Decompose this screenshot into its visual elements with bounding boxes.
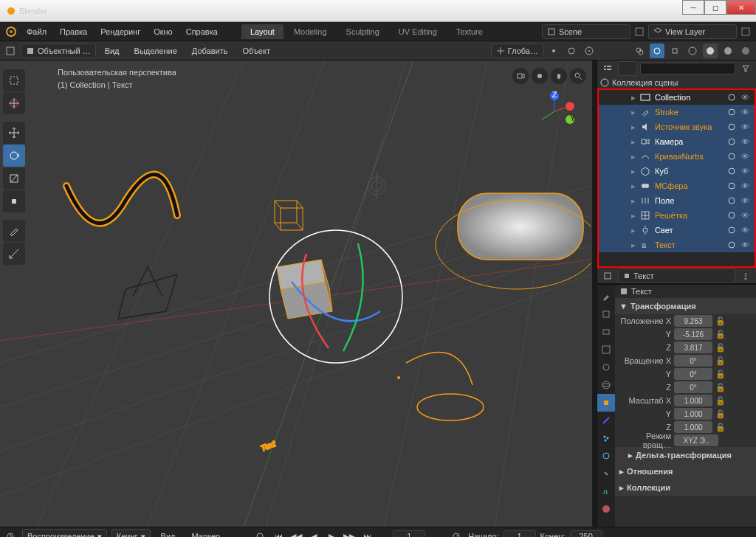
outliner-item-light[interactable]: ▸Свет👁 <box>599 223 755 238</box>
outliner-filter-icon[interactable] <box>738 61 753 76</box>
blender-logo-icon[interactable] <box>3 24 19 40</box>
props-tab-render[interactable] <box>597 305 615 323</box>
editor-type-dropdown[interactable] <box>3 44 18 58</box>
close-button[interactable]: ✕ <box>726 0 756 15</box>
xray-button[interactable] <box>667 44 682 58</box>
field-rot-y[interactable]: 0° <box>674 368 712 380</box>
tool-scale[interactable] <box>3 167 25 190</box>
preview-range-button[interactable] <box>449 529 464 537</box>
outliner-item-gp[interactable]: ▸Stroke👁 <box>599 105 755 119</box>
jump-start-button[interactable]: ⏮ <box>272 530 285 537</box>
outliner-root[interactable]: Коллекция сцены <box>597 77 756 89</box>
current-frame[interactable]: 1 <box>393 530 425 537</box>
shading-wireframe[interactable] <box>685 44 700 58</box>
keying-dropdown[interactable]: Кеинг ▾ <box>111 529 151 537</box>
props-tab-output[interactable] <box>597 323 615 341</box>
viewport-record-icon[interactable] <box>532 68 548 84</box>
props-tab-world[interactable] <box>597 376 615 394</box>
visibility-icon[interactable]: 👁 <box>741 181 752 190</box>
play-reverse-button[interactable]: ◀ <box>307 530 320 537</box>
keyframe-next-button[interactable]: ▶▶ <box>343 530 356 537</box>
field-rot-mode[interactable]: XYZ Э.. <box>674 434 718 446</box>
outliner-search-input[interactable] <box>640 63 735 75</box>
workspace-tab-sculpting[interactable]: Sculpting <box>337 24 388 39</box>
shading-material[interactable] <box>721 44 735 58</box>
header-view[interactable]: Вид <box>99 44 126 58</box>
scene-selector[interactable]: Scene <box>542 24 630 39</box>
field-loc-z[interactable]: 3.817 <box>674 342 712 353</box>
visibility-icon[interactable]: 👁 <box>741 196 752 205</box>
props-type-icon[interactable] <box>600 268 615 283</box>
end-frame[interactable]: 250 <box>570 530 602 537</box>
panel-relations[interactable]: ▸ Отношения <box>615 463 756 479</box>
3d-viewport[interactable]: Text Пользовательская перспектива (1) Co… <box>0 60 592 527</box>
mode-selector[interactable]: Объектный … <box>21 44 96 58</box>
start-frame[interactable]: 1 <box>504 530 536 537</box>
outliner-item-collection[interactable]: ▸Collection👁 <box>599 90 755 105</box>
visibility-icon[interactable]: 👁 <box>741 93 752 102</box>
minimize-button[interactable]: ─ <box>682 0 704 15</box>
props-tab-physics[interactable] <box>597 447 615 465</box>
props-tab-scene[interactable] <box>597 358 615 376</box>
tool-move[interactable] <box>3 122 25 144</box>
new-viewlayer-button[interactable] <box>738 24 753 39</box>
proportional-button[interactable] <box>582 44 597 58</box>
pin-icon[interactable] <box>738 268 753 283</box>
keyframe-prev-button[interactable]: ◀◀ <box>289 530 303 537</box>
menu-edit[interactable]: Правка <box>54 24 93 39</box>
tool-cursor[interactable] <box>3 92 25 114</box>
workspace-tab-modeling[interactable]: Modeling <box>285 24 336 39</box>
snap-button[interactable] <box>564 44 579 58</box>
props-tab-viewlayer[interactable] <box>597 341 615 358</box>
panel-transform[interactable]: ▼ Трансформация <box>615 298 756 314</box>
playback-dropdown[interactable]: Воспроизведение ▾ <box>22 529 107 537</box>
tl-marker[interactable]: Маркер <box>185 529 226 537</box>
outliner-item-speaker[interactable]: ▸Источник звука👁 <box>599 119 755 134</box>
tool-measure[interactable] <box>3 243 25 265</box>
props-tab-constraints[interactable] <box>597 465 615 482</box>
field-scale-x[interactable]: 1.000 <box>674 395 712 406</box>
panel-delta[interactable]: ▸ Дельта-трансформация <box>615 447 756 463</box>
gizmo-button[interactable] <box>650 44 664 58</box>
visibility-icon[interactable]: 👁 <box>741 108 752 117</box>
menu-render[interactable]: Рендеринг <box>94 24 146 39</box>
header-add[interactable]: Добавить <box>186 44 234 58</box>
outliner-item-curve[interactable]: ▸КриваяNurbs👁 <box>599 149 755 164</box>
visibility-icon[interactable]: 👁 <box>741 240 752 249</box>
field-loc-y[interactable]: -5.126 <box>674 328 712 340</box>
props-tab-material[interactable] <box>597 500 615 518</box>
tool-rotate[interactable] <box>3 145 25 167</box>
visibility-icon[interactable]: 👁 <box>741 167 752 176</box>
visibility-icon[interactable]: 👁 <box>741 137 752 146</box>
props-tab-object[interactable] <box>597 394 615 412</box>
props-context-pin[interactable]: Текст <box>618 268 735 283</box>
props-tab-tool[interactable] <box>597 288 615 305</box>
timeline-type-icon[interactable] <box>3 529 18 537</box>
viewport-hand-icon[interactable] <box>551 68 567 84</box>
outliner-item-camera[interactable]: ▸Камера👁 <box>599 134 755 149</box>
shading-rendered[interactable] <box>738 44 753 58</box>
workspace-tab-layout[interactable]: Layout <box>241 24 284 39</box>
visibility-icon[interactable]: 👁 <box>741 226 752 235</box>
tool-select-box[interactable] <box>3 69 25 91</box>
jump-end-button[interactable]: ⏭ <box>360 530 374 537</box>
props-tab-particles[interactable] <box>597 429 615 447</box>
overlays-button[interactable] <box>632 44 647 58</box>
viewport-camera-icon[interactable] <box>512 68 529 84</box>
viewport-zoom-icon[interactable] <box>570 68 586 84</box>
field-rot-z[interactable]: 0° <box>674 381 712 393</box>
header-select[interactable]: Выделение <box>128 44 183 58</box>
nav-gizmo[interactable]: Y Z <box>535 91 574 131</box>
header-object[interactable]: Объект <box>236 44 275 58</box>
outliner-item-meta[interactable]: ▸МСфера👁 <box>599 179 755 193</box>
viewlayer-selector[interactable]: View Layer <box>648 24 737 39</box>
menu-file[interactable]: Файл <box>21 24 52 39</box>
workspace-tab-texture[interactable]: Texture <box>447 24 492 39</box>
visibility-icon[interactable]: 👁 <box>741 152 752 161</box>
shading-solid[interactable] <box>703 44 718 58</box>
menu-window[interactable]: Окно <box>148 24 179 39</box>
field-loc-x[interactable]: 9.263 <box>674 315 712 327</box>
orientation-selector[interactable]: Глоба… <box>491 44 543 58</box>
visibility-icon[interactable]: 👁 <box>741 211 752 220</box>
lock-icon[interactable]: 🔓 <box>715 316 726 326</box>
